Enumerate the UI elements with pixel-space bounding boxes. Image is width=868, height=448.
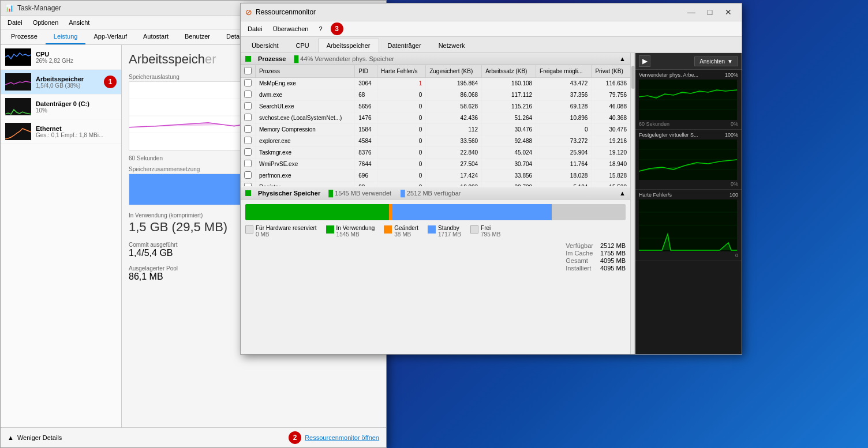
table-row[interactable]: MsMpEng.exe 3064 1 195.864 160.108 43.47…: [241, 78, 630, 89]
resmon-menu-uberwachen[interactable]: Überwachen: [268, 24, 313, 34]
commit-value: 1,4/5,4 GB: [129, 248, 250, 258]
table-row[interactable]: Taskmgr.exe 8376 0 22.840 45.024 25.904 …: [241, 147, 630, 159]
row-working-set: 33.856: [482, 170, 536, 182]
views-button[interactable]: Ansichten ▼: [694, 57, 738, 66]
commit-item: Commit ausgeführt 1,4/5,4 GB: [129, 242, 250, 258]
tab-prozesse[interactable]: Prozesse: [3, 29, 46, 44]
processes-header-left: Prozesse █ 44% Verwendeter phys. Speiche…: [245, 55, 394, 62]
row-check[interactable]: [241, 135, 256, 147]
maximize-button[interactable]: □: [701, 6, 719, 18]
resmon-window: ⊘ Ressourcenmonitor — □ ✕ Datei Überwach…: [240, 3, 742, 355]
row-check[interactable]: [241, 89, 256, 101]
table-row[interactable]: Registry 88 0 18.003 20.720 5.104 15.528: [241, 182, 630, 187]
resmon-link[interactable]: Ressourcenmonitor öffnen: [305, 434, 379, 441]
row-working-set: 92.488: [482, 135, 536, 147]
row-check[interactable]: [241, 147, 256, 159]
tab-autostart[interactable]: Autostart: [135, 29, 177, 44]
row-shareable: 37.356: [536, 89, 592, 101]
virt-mem-graph: [639, 140, 737, 180]
row-shareable: 18.028: [536, 170, 592, 182]
row-private: 15.528: [592, 182, 630, 187]
tm-title-text: Task-Manager: [17, 4, 61, 12]
row-check[interactable]: [241, 182, 256, 187]
row-committed: 86.068: [426, 89, 482, 101]
row-hard-faults: 0: [377, 124, 426, 135]
weniger-details-btn[interactable]: ▲ Weniger Details: [8, 434, 62, 441]
row-name: MsMpEng.exe: [256, 78, 355, 89]
sidebar-item-arbeitsspeicher[interactable]: Arbeitsspeicher 1,5/4,0 GB (38%) 1: [1, 70, 121, 95]
physical-memory-panel-header[interactable]: Physischer Speicher █ 1545 MB verwendet …: [241, 187, 630, 199]
legend-free-box: [470, 225, 478, 234]
disk-name: Datenträger 0 (C:): [36, 100, 117, 107]
table-row[interactable]: perfmon.exe 696 0 17.424 33.856 18.028 1…: [241, 170, 630, 182]
col-hard-faults: Harte Fehler/s: [377, 65, 426, 78]
resmon-menu-datei[interactable]: Datei: [243, 24, 267, 34]
row-hard-faults: 0: [377, 135, 426, 147]
resmon-tab-datentager[interactable]: Datenträger: [379, 39, 430, 52]
close-button[interactable]: ✕: [720, 6, 737, 18]
resmon-tab-ubersicht[interactable]: Übersicht: [243, 39, 287, 52]
row-committed: 18.003: [426, 182, 482, 187]
disk-mini-graph: [5, 98, 31, 115]
phys-header-left: Physischer Speicher █ 1545 MB verwendet …: [245, 190, 484, 197]
resmon-scrollbar[interactable]: [630, 53, 635, 354]
resmon-menu: Datei Überwachen ? 3: [241, 21, 742, 37]
table-row[interactable]: SearchUI.exe 5656 0 58.628 115.216 69.12…: [241, 101, 630, 112]
table-row[interactable]: svchost.exe (LocalSystemNet...) 1476 0 4…: [241, 112, 630, 124]
row-check[interactable]: [241, 101, 256, 112]
row-name: dwm.exe: [256, 89, 355, 101]
tm-menu-datei[interactable]: Datei: [3, 17, 27, 28]
col-check: [241, 65, 256, 78]
disk-info: Datenträger 0 (C:) 10%: [36, 100, 117, 114]
minimize-button[interactable]: —: [683, 6, 700, 18]
row-working-set: 51.264: [482, 112, 536, 124]
table-row[interactable]: explorer.exe 4584 0 33.560 92.488 73.272…: [241, 135, 630, 147]
resmon-tab-arbeitsspeicher[interactable]: Arbeitsspeicher: [318, 39, 379, 52]
table-row[interactable]: WmiPrvSE.exe 7644 0 27.504 30.704 11.764…: [241, 159, 630, 170]
tab-benutzer[interactable]: Benutzer: [177, 29, 218, 44]
row-check[interactable]: [241, 124, 256, 135]
phys-used: █ 1545 MB verwendet: [325, 190, 391, 197]
row-pid: 88: [355, 182, 377, 187]
tab-app-verlauf[interactable]: App-Verlauf: [85, 29, 134, 44]
memory-bar: [245, 204, 626, 220]
badge-2: 2: [289, 431, 301, 444]
phys-mem-graph-footer: 60 Sekunden 0%: [639, 121, 738, 127]
tm-menu-ansicht[interactable]: Ansicht: [64, 17, 94, 28]
row-check[interactable]: [241, 78, 256, 89]
row-working-set: 30.704: [482, 159, 536, 170]
im-cache-value: 1755 MB: [600, 250, 626, 257]
sidebar-item-datentager[interactable]: Datenträger 0 (C:) 10%: [1, 95, 121, 119]
resmon-tab-cpu[interactable]: CPU: [287, 39, 317, 52]
resmon-title-left: ⊘ Ressourcenmonitor: [245, 7, 316, 17]
col-shareable: Freigabe mögli...: [536, 65, 592, 78]
sidebar-item-cpu[interactable]: CPU 26% 2,82 GHz: [1, 45, 121, 70]
row-shareable: 0: [536, 124, 592, 135]
table-row[interactable]: Memory Compression 1584 0 112 30.476 0 3…: [241, 124, 630, 135]
mem-seg-free: [552, 204, 626, 220]
tab-leistung[interactable]: Leistung: [46, 29, 86, 44]
row-check[interactable]: [241, 112, 256, 124]
row-check[interactable]: [241, 170, 256, 182]
row-check[interactable]: [241, 159, 256, 170]
processes-panel-header[interactable]: Prozesse █ 44% Verwendeter phys. Speiche…: [241, 53, 630, 65]
resmon-badge: 3: [331, 22, 343, 35]
phys-mem-graph: [639, 80, 737, 120]
row-committed: 22.840: [426, 147, 482, 159]
row-name: svchost.exe (LocalSystemNet...): [256, 112, 355, 124]
resmon-tab-netzwerk[interactable]: Netzwerk: [430, 39, 474, 52]
processes-table-container[interactable]: Prozess PID Harte Fehler/s Zugesichert (…: [241, 65, 630, 186]
tm-menu-optionen[interactable]: Optionen: [28, 17, 63, 28]
row-committed: 195.864: [426, 78, 482, 89]
legend-in-use-text: In Verwendung 1545 MB: [336, 225, 375, 238]
pool-item: Ausgelagerter Pool 86,1 MB: [129, 265, 250, 282]
table-row[interactable]: dwm.exe 68 0 86.068 117.112 37.356 79.75…: [241, 89, 630, 101]
tm-footer: ▲ Weniger Details 2 Ressourcenmonitor öf…: [1, 427, 386, 447]
legend-free: Frei 795 MB: [470, 225, 500, 238]
resmon-menu-help[interactable]: ?: [314, 24, 327, 34]
resmon-tabs: Übersicht CPU Arbeitsspeicher Datenträge…: [241, 37, 742, 53]
nav-button[interactable]: ▶: [639, 55, 650, 67]
sidebar-item-ethernet[interactable]: Ethernet Ges.: 0,1 Empf.: 1,8 MBi...: [1, 119, 121, 144]
select-all-checkbox[interactable]: [244, 67, 252, 74]
installiert-label: Installiert: [566, 265, 593, 272]
